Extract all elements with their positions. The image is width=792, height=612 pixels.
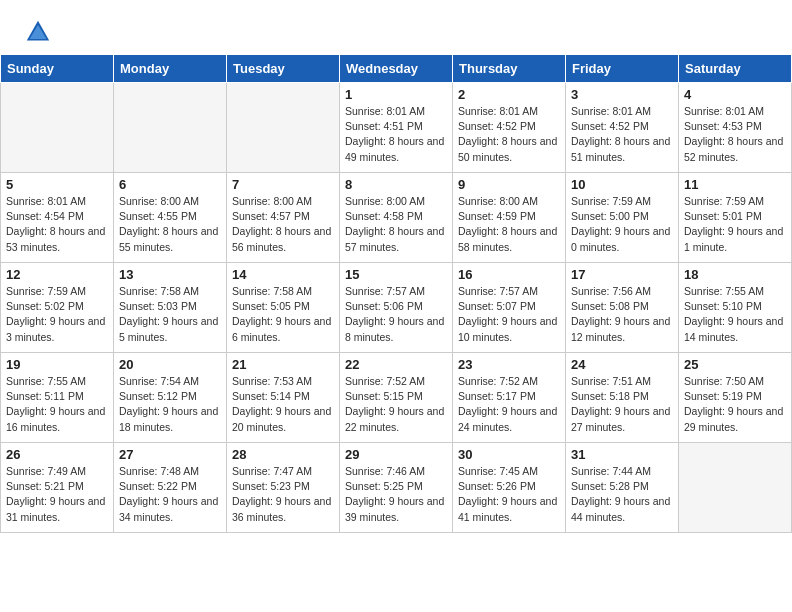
- calendar-day-cell: [1, 83, 114, 173]
- day-info: Sunrise: 8:01 AMSunset: 4:54 PMDaylight:…: [6, 194, 108, 255]
- calendar-week-row: 12Sunrise: 7:59 AMSunset: 5:02 PMDayligh…: [1, 263, 792, 353]
- day-number: 6: [119, 177, 221, 192]
- day-info: Sunrise: 7:52 AMSunset: 5:17 PMDaylight:…: [458, 374, 560, 435]
- day-number: 25: [684, 357, 786, 372]
- day-number: 10: [571, 177, 673, 192]
- day-info: Sunrise: 7:46 AMSunset: 5:25 PMDaylight:…: [345, 464, 447, 525]
- day-info: Sunrise: 7:58 AMSunset: 5:03 PMDaylight:…: [119, 284, 221, 345]
- day-info: Sunrise: 7:51 AMSunset: 5:18 PMDaylight:…: [571, 374, 673, 435]
- day-info: Sunrise: 8:01 AMSunset: 4:51 PMDaylight:…: [345, 104, 447, 165]
- calendar-day-cell: 2Sunrise: 8:01 AMSunset: 4:52 PMDaylight…: [453, 83, 566, 173]
- calendar-day-cell: 24Sunrise: 7:51 AMSunset: 5:18 PMDayligh…: [566, 353, 679, 443]
- day-info: Sunrise: 7:54 AMSunset: 5:12 PMDaylight:…: [119, 374, 221, 435]
- calendar-day-cell: 30Sunrise: 7:45 AMSunset: 5:26 PMDayligh…: [453, 443, 566, 533]
- day-info: Sunrise: 7:52 AMSunset: 5:15 PMDaylight:…: [345, 374, 447, 435]
- day-number: 22: [345, 357, 447, 372]
- day-number: 4: [684, 87, 786, 102]
- day-info: Sunrise: 7:59 AMSunset: 5:01 PMDaylight:…: [684, 194, 786, 255]
- calendar-day-cell: 7Sunrise: 8:00 AMSunset: 4:57 PMDaylight…: [227, 173, 340, 263]
- day-number: 12: [6, 267, 108, 282]
- calendar-day-cell: [114, 83, 227, 173]
- calendar-day-cell: 15Sunrise: 7:57 AMSunset: 5:06 PMDayligh…: [340, 263, 453, 353]
- weekday-header: Tuesday: [227, 55, 340, 83]
- weekday-header: Sunday: [1, 55, 114, 83]
- day-info: Sunrise: 7:59 AMSunset: 5:02 PMDaylight:…: [6, 284, 108, 345]
- logo-icon: [24, 18, 52, 46]
- day-number: 7: [232, 177, 334, 192]
- day-info: Sunrise: 7:48 AMSunset: 5:22 PMDaylight:…: [119, 464, 221, 525]
- day-number: 17: [571, 267, 673, 282]
- calendar-day-cell: 13Sunrise: 7:58 AMSunset: 5:03 PMDayligh…: [114, 263, 227, 353]
- day-info: Sunrise: 7:44 AMSunset: 5:28 PMDaylight:…: [571, 464, 673, 525]
- day-number: 31: [571, 447, 673, 462]
- day-info: Sunrise: 7:57 AMSunset: 5:06 PMDaylight:…: [345, 284, 447, 345]
- logo: [24, 18, 56, 46]
- day-number: 3: [571, 87, 673, 102]
- weekday-header: Wednesday: [340, 55, 453, 83]
- day-info: Sunrise: 7:47 AMSunset: 5:23 PMDaylight:…: [232, 464, 334, 525]
- day-info: Sunrise: 8:01 AMSunset: 4:53 PMDaylight:…: [684, 104, 786, 165]
- day-number: 18: [684, 267, 786, 282]
- calendar-day-cell: 18Sunrise: 7:55 AMSunset: 5:10 PMDayligh…: [679, 263, 792, 353]
- calendar-day-cell: 3Sunrise: 8:01 AMSunset: 4:52 PMDaylight…: [566, 83, 679, 173]
- day-info: Sunrise: 7:50 AMSunset: 5:19 PMDaylight:…: [684, 374, 786, 435]
- calendar-table: SundayMondayTuesdayWednesdayThursdayFrid…: [0, 54, 792, 533]
- day-number: 8: [345, 177, 447, 192]
- calendar-day-cell: 17Sunrise: 7:56 AMSunset: 5:08 PMDayligh…: [566, 263, 679, 353]
- calendar-week-row: 5Sunrise: 8:01 AMSunset: 4:54 PMDaylight…: [1, 173, 792, 263]
- day-info: Sunrise: 8:00 AMSunset: 4:55 PMDaylight:…: [119, 194, 221, 255]
- day-number: 15: [345, 267, 447, 282]
- day-number: 1: [345, 87, 447, 102]
- day-info: Sunrise: 7:53 AMSunset: 5:14 PMDaylight:…: [232, 374, 334, 435]
- calendar-day-cell: 9Sunrise: 8:00 AMSunset: 4:59 PMDaylight…: [453, 173, 566, 263]
- calendar-day-cell: 10Sunrise: 7:59 AMSunset: 5:00 PMDayligh…: [566, 173, 679, 263]
- page-header: [0, 0, 792, 54]
- day-info: Sunrise: 8:00 AMSunset: 4:59 PMDaylight:…: [458, 194, 560, 255]
- day-number: 16: [458, 267, 560, 282]
- day-info: Sunrise: 8:01 AMSunset: 4:52 PMDaylight:…: [458, 104, 560, 165]
- weekday-header: Monday: [114, 55, 227, 83]
- day-number: 14: [232, 267, 334, 282]
- day-info: Sunrise: 7:58 AMSunset: 5:05 PMDaylight:…: [232, 284, 334, 345]
- weekday-header: Friday: [566, 55, 679, 83]
- calendar-day-cell: 23Sunrise: 7:52 AMSunset: 5:17 PMDayligh…: [453, 353, 566, 443]
- calendar-day-cell: 26Sunrise: 7:49 AMSunset: 5:21 PMDayligh…: [1, 443, 114, 533]
- day-number: 26: [6, 447, 108, 462]
- day-number: 21: [232, 357, 334, 372]
- day-info: Sunrise: 7:57 AMSunset: 5:07 PMDaylight:…: [458, 284, 560, 345]
- calendar-day-cell: [679, 443, 792, 533]
- day-info: Sunrise: 8:00 AMSunset: 4:57 PMDaylight:…: [232, 194, 334, 255]
- day-number: 20: [119, 357, 221, 372]
- calendar-header-row: SundayMondayTuesdayWednesdayThursdayFrid…: [1, 55, 792, 83]
- calendar-day-cell: 19Sunrise: 7:55 AMSunset: 5:11 PMDayligh…: [1, 353, 114, 443]
- day-number: 11: [684, 177, 786, 192]
- calendar-day-cell: 6Sunrise: 8:00 AMSunset: 4:55 PMDaylight…: [114, 173, 227, 263]
- calendar-week-row: 26Sunrise: 7:49 AMSunset: 5:21 PMDayligh…: [1, 443, 792, 533]
- day-info: Sunrise: 7:45 AMSunset: 5:26 PMDaylight:…: [458, 464, 560, 525]
- calendar-day-cell: 31Sunrise: 7:44 AMSunset: 5:28 PMDayligh…: [566, 443, 679, 533]
- day-number: 28: [232, 447, 334, 462]
- calendar-week-row: 19Sunrise: 7:55 AMSunset: 5:11 PMDayligh…: [1, 353, 792, 443]
- day-number: 13: [119, 267, 221, 282]
- weekday-header: Saturday: [679, 55, 792, 83]
- calendar-day-cell: 8Sunrise: 8:00 AMSunset: 4:58 PMDaylight…: [340, 173, 453, 263]
- calendar-day-cell: [227, 83, 340, 173]
- day-info: Sunrise: 8:01 AMSunset: 4:52 PMDaylight:…: [571, 104, 673, 165]
- calendar-day-cell: 25Sunrise: 7:50 AMSunset: 5:19 PMDayligh…: [679, 353, 792, 443]
- calendar-day-cell: 5Sunrise: 8:01 AMSunset: 4:54 PMDaylight…: [1, 173, 114, 263]
- day-info: Sunrise: 7:55 AMSunset: 5:11 PMDaylight:…: [6, 374, 108, 435]
- day-number: 27: [119, 447, 221, 462]
- calendar-day-cell: 28Sunrise: 7:47 AMSunset: 5:23 PMDayligh…: [227, 443, 340, 533]
- calendar-day-cell: 1Sunrise: 8:01 AMSunset: 4:51 PMDaylight…: [340, 83, 453, 173]
- weekday-header: Thursday: [453, 55, 566, 83]
- day-number: 5: [6, 177, 108, 192]
- calendar-week-row: 1Sunrise: 8:01 AMSunset: 4:51 PMDaylight…: [1, 83, 792, 173]
- day-info: Sunrise: 7:49 AMSunset: 5:21 PMDaylight:…: [6, 464, 108, 525]
- day-number: 9: [458, 177, 560, 192]
- calendar-day-cell: 22Sunrise: 7:52 AMSunset: 5:15 PMDayligh…: [340, 353, 453, 443]
- day-number: 30: [458, 447, 560, 462]
- day-number: 19: [6, 357, 108, 372]
- calendar-day-cell: 14Sunrise: 7:58 AMSunset: 5:05 PMDayligh…: [227, 263, 340, 353]
- day-info: Sunrise: 8:00 AMSunset: 4:58 PMDaylight:…: [345, 194, 447, 255]
- calendar-day-cell: 27Sunrise: 7:48 AMSunset: 5:22 PMDayligh…: [114, 443, 227, 533]
